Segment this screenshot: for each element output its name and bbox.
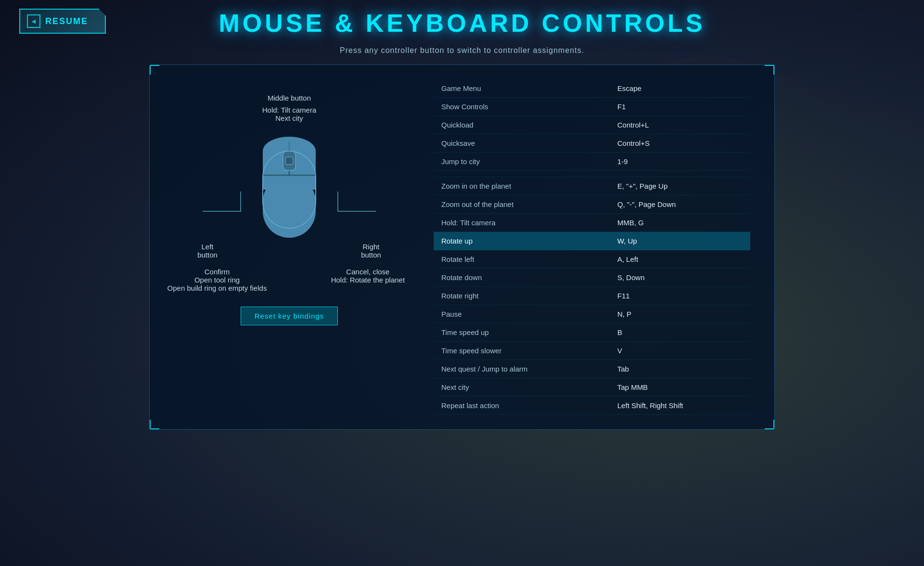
control-action-9: Rotate up (434, 232, 610, 250)
control-key-1: F1 (610, 98, 750, 116)
left-button-label: Leftbutton (169, 243, 246, 259)
main-container: ◄ RESUME MOUSE & KEYBOARD CONTROLS Press… (0, 0, 924, 566)
top-bar: ◄ RESUME MOUSE & KEYBOARD CONTROLS (0, 0, 924, 46)
corner-bl (150, 420, 159, 429)
right-button-label: Rightbutton (333, 243, 410, 259)
right-action-cancel: Cancel, close (324, 268, 411, 276)
controls-scroll[interactable]: Game MenuEscapeShow ControlsF1QuickloadC… (434, 79, 760, 415)
page-title: MOUSE & KEYBOARD CONTROLS (219, 9, 706, 38)
control-row-11: Rotate downS, Down (434, 269, 750, 287)
control-key-16: Tab (610, 360, 750, 378)
resume-button[interactable]: ◄ RESUME (19, 9, 106, 34)
controls-table: Game MenuEscapeShow ControlsF1QuickloadC… (434, 79, 750, 415)
control-key-4: 1-9 (610, 153, 750, 171)
left-action-build-ring: Open build ring on empty fields (167, 284, 267, 292)
resume-label: RESUME (45, 16, 88, 26)
control-key-9: W, Up (610, 232, 750, 250)
control-key-14: B (610, 323, 750, 342)
panel-inner: Middle button Hold: Tilt camera Next cit… (150, 65, 774, 429)
right-action-rotate: Hold: Rotate the planet (324, 276, 411, 284)
control-key-10: A, Left (610, 250, 750, 269)
svg-rect-6 (285, 157, 293, 165)
mouse-svg (256, 137, 323, 243)
control-action-6: Zoom in on the planet (434, 177, 610, 195)
control-row-1: Show ControlsF1 (434, 98, 750, 116)
control-row-3: QuicksaveControl+S (434, 134, 750, 153)
control-key-18: Left Shift, Right Shift (610, 397, 750, 415)
control-row-13: PauseN, P (434, 305, 750, 323)
control-row-18: Repeat last actionLeft Shift, Right Shif… (434, 397, 750, 415)
control-action-18: Repeat last action (434, 397, 610, 415)
control-row-2: QuickloadControl+L (434, 116, 750, 134)
control-action-8: Hold: Tilt camera (434, 214, 610, 232)
control-action-12: Rotate right (434, 287, 610, 305)
control-row-6: Zoom in on the planetE, "+", Page Up (434, 177, 750, 195)
mouse-svg-container (256, 137, 323, 243)
left-action-tool-ring: Open tool ring (167, 276, 267, 284)
control-action-15: Time speed slower (434, 342, 610, 360)
main-panel: Middle button Hold: Tilt camera Next cit… (149, 64, 775, 430)
left-action-confirm: Confirm (167, 268, 267, 276)
control-key-2: Control+L (610, 116, 750, 134)
middle-button-label: Middle button Hold: Tilt camera Next cit… (262, 94, 317, 130)
mouse-area (203, 137, 376, 243)
control-row-12: Rotate rightF11 (434, 287, 750, 305)
control-row-5 (434, 171, 750, 177)
control-key-0: Escape (610, 79, 750, 98)
control-row-7: Zoom out of the planetQ, "-", Page Down (434, 195, 750, 214)
control-action-10: Rotate left (434, 250, 610, 269)
control-row-0: Game MenuEscape (434, 79, 750, 98)
control-action-2: Quickload (434, 116, 610, 134)
control-action-11: Rotate down (434, 269, 610, 287)
control-action-7: Zoom out of the planet (434, 195, 610, 214)
control-key-15: V (610, 342, 750, 360)
control-row-9: Rotate upW, Up (434, 232, 750, 250)
subtitle-text: Press any controller button to switch to… (340, 46, 584, 55)
control-row-8: Hold: Tilt cameraMMB, G (434, 214, 750, 232)
control-row-15: Time speed slowerV (434, 342, 750, 360)
controls-list-section: Game MenuEscapeShow ControlsF1QuickloadC… (434, 79, 760, 415)
control-action-16: Next quest / Jump to alarm (434, 360, 610, 378)
control-key-12: F11 (610, 287, 750, 305)
corner-tr (765, 65, 774, 75)
reset-keybindings-button[interactable]: Reset key bindings (241, 307, 338, 325)
control-row-10: Rotate leftA, Left (434, 250, 750, 269)
reset-button-container: Reset key bindings (241, 307, 338, 325)
resume-icon: ◄ (27, 14, 40, 28)
control-key-3: Control+S (610, 134, 750, 153)
control-action-4: Jump to city (434, 153, 610, 171)
control-action-1: Show Controls (434, 98, 610, 116)
control-key-6: E, "+", Page Up (610, 177, 750, 195)
control-row-17: Next cityTap MMB (434, 378, 750, 397)
control-action-13: Pause (434, 305, 610, 323)
mouse-wrapper: Middle button Hold: Tilt camera Next cit… (167, 94, 411, 292)
corner-tl (150, 65, 159, 75)
control-row-14: Time speed upB (434, 323, 750, 342)
control-action-0: Game Menu (434, 79, 610, 98)
corner-br (765, 420, 774, 429)
control-row-4: Jump to city1-9 (434, 153, 750, 171)
control-action-17: Next city (434, 378, 610, 397)
control-key-7: Q, "-", Page Down (610, 195, 750, 214)
control-key-17: Tap MMB (610, 378, 750, 397)
control-key-11: S, Down (610, 269, 750, 287)
control-action-3: Quicksave (434, 134, 610, 153)
control-key-13: N, P (610, 305, 750, 323)
control-action-14: Time speed up (434, 323, 610, 342)
control-row-16: Next quest / Jump to alarmTab (434, 360, 750, 378)
control-key-8: MMB, G (610, 214, 750, 232)
mouse-diagram-section: Middle button Hold: Tilt camera Next cit… (164, 79, 414, 415)
